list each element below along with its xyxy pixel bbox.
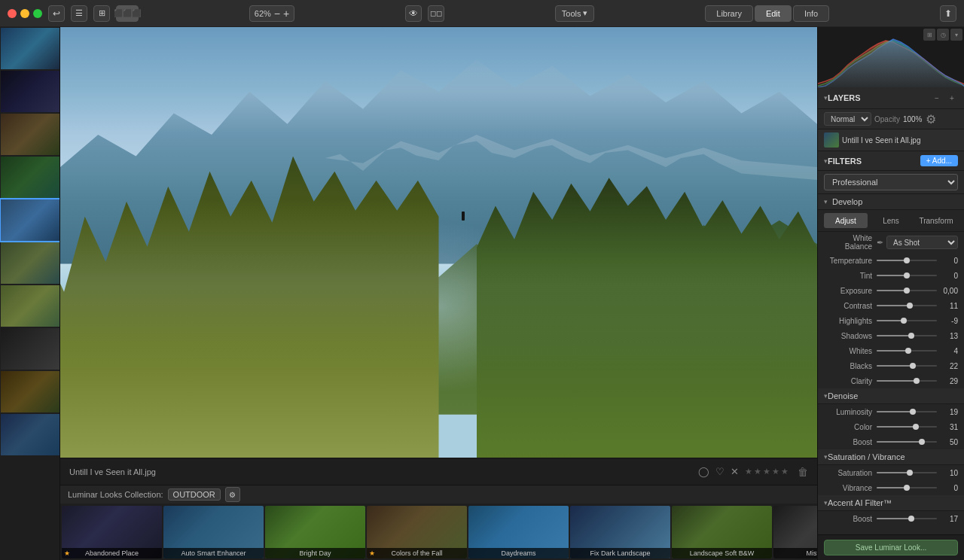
denoise-boost-row: Boost 50 [818,434,964,449]
thumbnail-6[interactable] [1,242,59,284]
luminosity-slider[interactable] [877,411,937,412]
circle-action[interactable]: ◯ [698,466,709,477]
layers-close[interactable]: + [946,92,958,104]
eyedropper-icon[interactable]: ✒ [877,238,883,248]
thumbnail-7[interactable] [1,285,59,327]
thumbnail-2[interactable] [1,71,59,112]
blacks-value: 22 [937,362,958,370]
clarity-slider[interactable] [877,380,937,382]
lens-tab[interactable]: Lens [869,213,913,228]
whites-slider[interactable] [877,350,937,352]
preset-select[interactable]: Professional [824,174,958,190]
star-5[interactable]: ★ [781,467,789,476]
heart-action[interactable]: ♡ [715,466,725,477]
blacks-slider[interactable] [877,365,937,367]
top-bar: ↩ ☰ ⊞ ⬛⬛⬛ 62% − + 👁 ◻◻ Tools ▾ Library E… [0,0,964,27]
contrast-slider[interactable] [877,305,937,306]
fullscreen-button[interactable] [33,9,42,18]
right-panel: ⊞ ◷ ▾ [817,27,964,560]
minimize-button[interactable] [20,9,29,18]
temperature-slider[interactable] [877,260,937,261]
saturation-slider[interactable] [877,472,937,473]
filmstrip-item-0[interactable]: Abandoned Place ★ [62,506,162,558]
edit-tab[interactable]: Edit [755,5,792,22]
zoom-in-button[interactable]: + [283,8,289,19]
filmstrip-item-7[interactable]: Misty Lan... [773,506,817,558]
saturation-sliders: Saturation 10 Vibrance 0 [818,465,964,495]
add-filter-button[interactable]: + Add... [920,155,958,166]
denoise-section-header[interactable]: ▾ Denoise [818,388,964,404]
library-tab[interactable]: Library [705,5,753,22]
filmstrip-item-6[interactable]: Landscape Soft B&W [672,506,772,558]
save-luminar-look-button[interactable]: Save Luminar Look... [824,540,958,555]
filmstrip-header: Luminar Looks Collection: OUTDOOR ⚙ [60,485,817,504]
compare-button[interactable]: ◻◻ [428,5,444,22]
filmstrip-item-1[interactable]: Auto Smart Enhancer [163,506,264,558]
view-tabs: Library Edit Info [705,5,829,22]
thumbnail-strip [0,27,60,560]
layer-row[interactable]: Untill I ve Seen it All.jpg [818,129,964,151]
color-noise-label: Color [824,423,877,431]
layers-minimize[interactable]: − [931,92,943,104]
filmstrip-item-4[interactable]: Daydreams [468,506,569,558]
reject-action[interactable]: ✕ [731,466,739,477]
layers-section-header[interactable]: ▾ LAYERS − + [818,87,964,109]
accent-section-header[interactable]: ▾ Accent AI Filter™ [818,495,964,511]
thumbnail-3[interactable] [1,114,59,155]
window-controls [8,9,42,18]
highlights-slider[interactable] [877,320,937,321]
collection-selector[interactable]: OUTDOOR [168,488,221,501]
wb-select[interactable]: As Shot [886,236,958,249]
tint-slider[interactable] [877,275,937,276]
star-4[interactable]: ★ [772,467,779,476]
filmstrip-settings[interactable]: ⚙ [225,487,240,502]
info-tab[interactable]: Info [793,5,829,22]
thumbnail-8[interactable] [1,328,59,370]
back-button[interactable]: ↩ [48,5,65,22]
tools-button[interactable]: Tools ▾ [555,5,595,22]
filmstrip-button[interactable]: ⬛⬛⬛ [116,5,139,22]
exposure-label: Exposure [824,287,877,295]
filmstrip-item-5[interactable]: Fix Dark Landscape [570,506,670,558]
highlights-label: Highlights [824,317,877,325]
denoise-boost-slider[interactable] [877,441,937,443]
zoom-out-button[interactable]: − [274,8,280,19]
center-panel: Untill I ve Seen it All.jpg ◯ ♡ ✕ ★ ★ ★ … [60,27,817,560]
blend-mode-select[interactable]: Normal [824,112,871,126]
image-canvas[interactable] [60,27,817,458]
filmstrip-item-2[interactable]: Bright Day [265,506,365,558]
develop-section-header[interactable]: ▾ Develop [818,194,964,210]
vibrance-slider[interactable] [877,487,937,488]
layout-button[interactable]: ⊞ [93,5,110,22]
delete-button[interactable]: 🗑 [798,466,808,478]
thumbnail-5[interactable] [1,199,59,241]
saturation-label: Saturation [824,469,877,477]
close-button[interactable] [8,9,17,18]
star-3[interactable]: ★ [763,467,770,476]
export-button[interactable]: ⬆ [940,5,956,22]
thumbnail-10[interactable] [1,414,59,455]
star-2[interactable]: ★ [754,467,761,476]
color-slider[interactable] [877,426,937,428]
filmstrip-item-3[interactable]: Colors of the Fall ★ [367,506,467,558]
thumbnail-9[interactable] [1,371,59,412]
whites-value: 4 [937,347,958,355]
layers-settings[interactable]: ⚙ [925,113,937,125]
list-view-button[interactable]: ☰ [71,5,87,22]
right-scroll[interactable]: ▾ LAYERS − + Normal Opacity 100% ⚙ Until… [818,87,964,534]
adjust-tab[interactable]: Adjust [824,213,868,228]
tools-arrow: ▾ [583,8,587,18]
exposure-slider[interactable] [877,290,937,291]
thumbnail-1[interactable] [1,28,59,69]
preview-button[interactable]: 👁 [405,5,422,22]
thumbnail-4[interactable] [1,157,59,198]
transform-tab[interactable]: Transform [914,213,958,228]
accent-boost-slider[interactable] [877,518,937,519]
saturation-section-header[interactable]: ▾ Saturation / Vibrance [818,449,964,465]
shadows-slider[interactable] [877,335,937,336]
star-1[interactable]: ★ [745,467,752,476]
histogram-graph [818,27,964,87]
accent-boost-label: Boost [824,515,877,523]
contrast-row: Contrast 11 [818,298,964,313]
accent-boost-row: Boost 17 [818,511,964,526]
